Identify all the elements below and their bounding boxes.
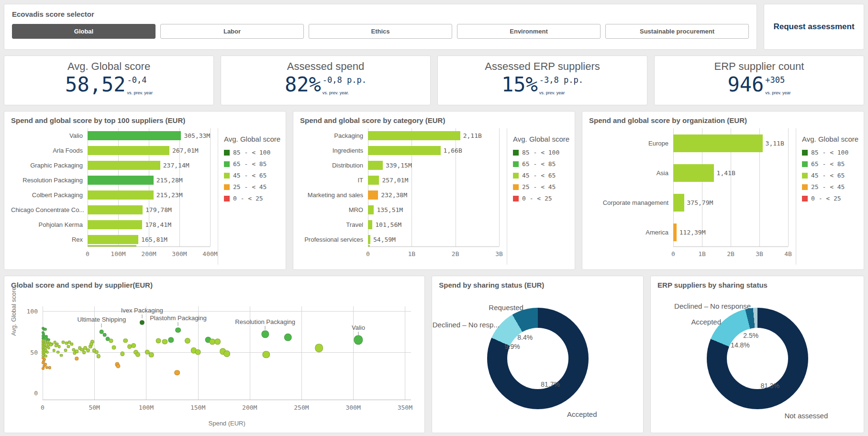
scatter-point[interactable] [82,350,86,354]
scatter-point[interactable] [47,347,50,349]
legend-item[interactable]: 25 - < 45 [224,183,279,190]
bar[interactable] [88,190,154,200]
scatter-point[interactable] [49,343,52,346]
scatter-point[interactable] [57,345,61,348]
scatter-point[interactable] [70,342,73,346]
legend-item[interactable]: 0 - < 25 [513,195,568,202]
scatter-point[interactable] [75,357,78,360]
scatter-point[interactable] [56,350,60,354]
scatter-point[interactable] [195,349,201,355]
selector-button-sustainable-procurement[interactable]: Sustainable procurement [605,24,749,39]
legend-item[interactable]: 65 - < 85 [224,160,279,168]
scatter-point[interactable] [156,338,161,343]
legend-item[interactable]: 65 - < 85 [802,160,857,168]
scatter-point[interactable] [131,343,136,348]
donut-chart[interactable] [487,308,589,409]
bar-value: 267,01M [172,147,199,154]
scatter-point[interactable] [284,334,292,341]
bar[interactable] [673,134,763,152]
scatter-point[interactable] [174,370,180,376]
scatter-point[interactable] [116,364,120,368]
scatter-point[interactable] [94,350,98,354]
scatter-point[interactable] [112,345,116,349]
bar[interactable] [368,161,383,170]
bar-category-label: Packaging [300,132,368,139]
scatter-point[interactable] [109,338,113,343]
scatter-point[interactable] [354,335,363,344]
scatter-point[interactable] [64,349,67,352]
scatter-point[interactable] [120,352,124,356]
scatter-point[interactable] [48,366,51,369]
scatter-point[interactable] [263,351,270,358]
legend-item[interactable]: 45 - < 65 [224,172,279,179]
legend-item[interactable]: 85 - < 100 [513,149,568,156]
scatter-point[interactable] [140,320,145,325]
scatter-point[interactable] [176,327,181,333]
scatter-point[interactable] [53,349,56,352]
kpi-delta: -0,4 [127,75,153,85]
scatter-point[interactable] [86,348,90,352]
scatter-point[interactable] [103,333,107,337]
bar[interactable] [368,146,441,155]
selector-button-global[interactable]: Global [12,24,156,39]
gridline [353,306,354,400]
scatter-point[interactable] [162,339,167,344]
bar[interactable] [673,224,677,241]
scatter-point[interactable] [261,330,268,337]
legend-item[interactable]: 85 - < 100 [224,149,279,156]
bar[interactable] [88,220,142,229]
selector-button-labor[interactable]: Labor [160,24,304,39]
scatter-point[interactable] [185,338,190,344]
scatter-point[interactable] [168,337,174,342]
legend-item[interactable]: 45 - < 65 [513,172,568,179]
selector-button-environment[interactable]: Environment [457,24,601,39]
scatter-point[interactable] [44,328,46,331]
donut-erp-suppliers-by-sharing-status: ERP suppliers by sharing status Not asse… [650,276,864,433]
scatter-point[interactable] [73,351,76,355]
request-assessment-card[interactable]: Request assessment [764,4,864,50]
scatter-point[interactable] [315,344,323,352]
scatter-point[interactable] [97,354,100,358]
x-axis: 01B2B3B [368,247,499,259]
scatter-point[interactable] [45,366,48,369]
bar[interactable] [368,176,379,185]
scatter-point[interactable] [67,345,70,348]
chart-title: Spend and global score by organization (… [589,116,857,124]
legend-item[interactable]: 0 - < 25 [802,195,857,202]
bar[interactable] [368,131,460,140]
scatter-point[interactable] [42,367,45,370]
legend-item[interactable]: 65 - < 85 [513,160,568,168]
legend-item[interactable]: 85 - < 100 [802,149,857,156]
bar[interactable] [88,161,160,170]
legend-item[interactable]: 25 - < 45 [802,183,857,190]
bar[interactable] [368,235,370,244]
bar-value: 257,01M [382,177,408,184]
legend-item[interactable]: 45 - < 65 [802,172,857,179]
bar[interactable] [673,194,684,212]
bar-category-label: Colbert Packaging [11,191,88,199]
bar[interactable] [88,235,138,244]
scatter-point[interactable] [135,352,140,357]
legend-item[interactable]: 0 - < 25 [224,195,279,202]
donut-chart[interactable] [707,308,808,409]
scatter-point[interactable] [89,342,93,346]
bar[interactable] [368,220,372,229]
legend-item[interactable]: 25 - < 45 [513,183,568,190]
legend-swatch [802,173,808,179]
selector-button-ethics[interactable]: Ethics [309,24,452,39]
bar[interactable] [368,190,378,200]
bar[interactable] [88,205,143,214]
scatter-point[interactable] [149,352,154,358]
scatter-point[interactable] [214,338,221,345]
scatter-point[interactable] [46,351,49,354]
request-assessment-button[interactable]: Request assessment [773,22,854,32]
bar[interactable] [88,146,169,155]
scatter-point[interactable] [123,338,128,343]
scatter-point[interactable] [60,354,63,357]
scatter-point[interactable] [223,350,230,357]
bar[interactable] [368,205,374,214]
bar[interactable] [88,131,181,140]
bar[interactable] [673,164,714,182]
scatter-point[interactable] [44,355,47,358]
bar[interactable] [88,176,154,185]
